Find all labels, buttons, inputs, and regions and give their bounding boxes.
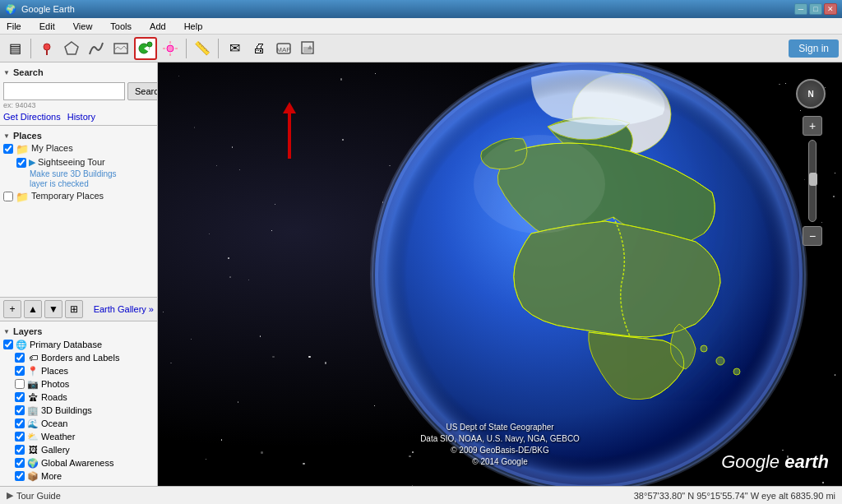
zoom-control: + − — [803, 116, 822, 246]
star — [229, 276, 231, 278]
minimize-button[interactable]: ─ — [794, 3, 807, 15]
places-triangle-icon: ▼ — [3, 132, 10, 140]
layer-label-6: Ocean — [41, 418, 67, 428]
search-input[interactable] — [3, 82, 125, 100]
app-icon: 🌍 — [5, 4, 16, 15]
layer-label-8: Gallery — [41, 445, 70, 455]
search-section: ▼ Search Search ex: 94043 Get Directions… — [0, 62, 157, 126]
temporary-places-item: 📁 Temporary Places — [3, 190, 154, 204]
search-button[interactable]: Search — [127, 82, 158, 100]
star — [191, 339, 192, 340]
menu-file[interactable]: File — [3, 18, 25, 34]
layer-item-4: 🛣Roads — [3, 391, 154, 404]
star — [325, 362, 326, 363]
search-section-header[interactable]: ▼ Search — [3, 66, 154, 79]
maximize-button[interactable]: □ — [809, 3, 822, 15]
layers-section-header[interactable]: ▼ Layers — [3, 325, 154, 338]
layers-triangle-icon: ▼ — [3, 328, 10, 335]
layer-checkbox-5[interactable] — [15, 405, 25, 415]
properties-button[interactable]: ⊞ — [65, 300, 83, 318]
search-links: Get Directions History — [3, 112, 154, 122]
menubar: File Edit View Tools Add Help — [0, 18, 842, 35]
toolbar-print[interactable]: 🖨 — [248, 37, 271, 60]
zoom-in-button[interactable]: + — [803, 116, 822, 136]
layer-label-1: Borders and Labels — [41, 353, 119, 363]
earth-gallery-link[interactable]: Earth Gallery » — [94, 304, 154, 314]
attribution-line4: © 2014 Google — [420, 456, 580, 468]
attribution-line2: Data SIO, NOAA, U.S. Navy, NGA, GEBCO — [420, 433, 580, 445]
arrow-shaft — [288, 113, 291, 159]
toolbar-record-tour[interactable] — [134, 37, 157, 60]
layer-checkbox-1[interactable] — [15, 353, 25, 363]
layer-checkbox-4[interactable] — [15, 392, 25, 402]
tour-guide[interactable]: ▶ Tour Guide — [7, 490, 61, 501]
compass[interactable]: N — [796, 79, 826, 109]
svg-text:MAP: MAP — [276, 46, 290, 53]
coordinates-display: 38°57'33.80" N 95°15'55.74" W eye alt 68… — [634, 491, 835, 501]
layer-icon-6: 🌊 — [27, 418, 39, 429]
toolbar-add-polygon[interactable] — [60, 37, 83, 60]
sightseeing-note-indent: Make sure 3D Buildingslayer is checked — [16, 169, 154, 190]
layer-item-7: ⛅Weather — [3, 430, 154, 443]
star — [260, 335, 261, 336]
layer-checkbox-10[interactable] — [15, 471, 25, 481]
zoom-track[interactable] — [808, 140, 817, 222]
map-area[interactable]: N + − US Dept of State Geographer Data S… — [158, 62, 842, 486]
layer-icon-2: 📍 — [27, 365, 39, 377]
layer-checkbox-2[interactable] — [15, 366, 25, 376]
toolbar-sun[interactable] — [159, 37, 182, 60]
layer-checkbox-0[interactable] — [3, 340, 13, 349]
get-directions-link[interactable]: Get Directions — [3, 112, 61, 122]
layer-icon-7: ⛅ — [27, 431, 39, 442]
main-area: ▼ Search Search ex: 94043 Get Directions… — [0, 62, 842, 486]
close-button[interactable]: ✕ — [824, 3, 837, 15]
statusbar: ▶ Tour Guide 38°57'33.80" N 95°15'55.74"… — [0, 486, 842, 504]
layer-checkbox-3[interactable] — [15, 379, 25, 389]
sightseeing-checkbox[interactable] — [16, 158, 26, 168]
temporary-places-checkbox[interactable] — [3, 192, 13, 201]
zoom-out-button[interactable]: − — [803, 226, 822, 246]
titlebar: 🌍 Google Earth ─ □ ✕ — [0, 0, 842, 18]
layer-label-4: Roads — [41, 392, 67, 402]
toolbar-view-maps[interactable]: MAP — [272, 37, 295, 60]
toolbar-separator-1 — [30, 39, 31, 58]
toolbar-separator-2 — [186, 39, 187, 58]
move-up-button[interactable]: ▲ — [24, 300, 42, 318]
layer-checkbox-9[interactable] — [15, 458, 25, 468]
toolbar-add-placemark[interactable] — [35, 37, 58, 60]
left-panel: ▼ Search Search ex: 94043 Get Directions… — [0, 62, 158, 486]
toolbar-add-path[interactable] — [85, 37, 108, 60]
add-folder-button[interactable]: + — [3, 300, 21, 318]
toolbar-save-image[interactable] — [297, 37, 320, 60]
layer-checkbox-6[interactable] — [15, 418, 25, 428]
places-section: ▼ Places 📁 My Places ▶ Sightseeing Tour … — [0, 126, 157, 298]
history-link[interactable]: History — [67, 112, 95, 122]
places-section-header[interactable]: ▼ Places — [3, 129, 154, 142]
search-input-row: Search — [3, 82, 154, 100]
toolbar-email[interactable]: ✉ — [223, 37, 246, 60]
star — [232, 146, 233, 147]
layer-checkbox-8[interactable] — [15, 445, 25, 455]
app-title-text: Google Earth — [21, 4, 75, 14]
toolbar-sidebar-toggle[interactable]: ▤ — [3, 37, 26, 60]
menu-help[interactable]: Help — [181, 18, 206, 34]
move-down-button[interactable]: ▼ — [44, 300, 62, 318]
menu-edit[interactable]: Edit — [36, 18, 58, 34]
star — [308, 356, 310, 358]
signin-button[interactable]: Sign in — [789, 39, 839, 58]
toolbar-add-overlay[interactable] — [109, 37, 132, 60]
my-places-checkbox[interactable] — [3, 144, 13, 154]
menu-add[interactable]: Add — [146, 18, 169, 34]
layer-icon-10: 📦 — [27, 470, 39, 482]
svg-point-24 — [474, 135, 605, 234]
layer-item-9: 🌍Global Awareness — [3, 456, 154, 469]
layer-label-10: More — [41, 471, 62, 481]
star — [271, 230, 272, 231]
menu-view[interactable]: View — [70, 18, 96, 34]
temp-places-folder-icon: 📁 — [16, 191, 29, 203]
layer-item-10: 📦More — [3, 469, 154, 483]
layer-checkbox-7[interactable] — [15, 432, 25, 442]
layer-icon-8: 🖼 — [27, 444, 39, 455]
menu-tools[interactable]: Tools — [107, 18, 135, 34]
toolbar-ruler[interactable]: 📏 — [191, 37, 214, 60]
